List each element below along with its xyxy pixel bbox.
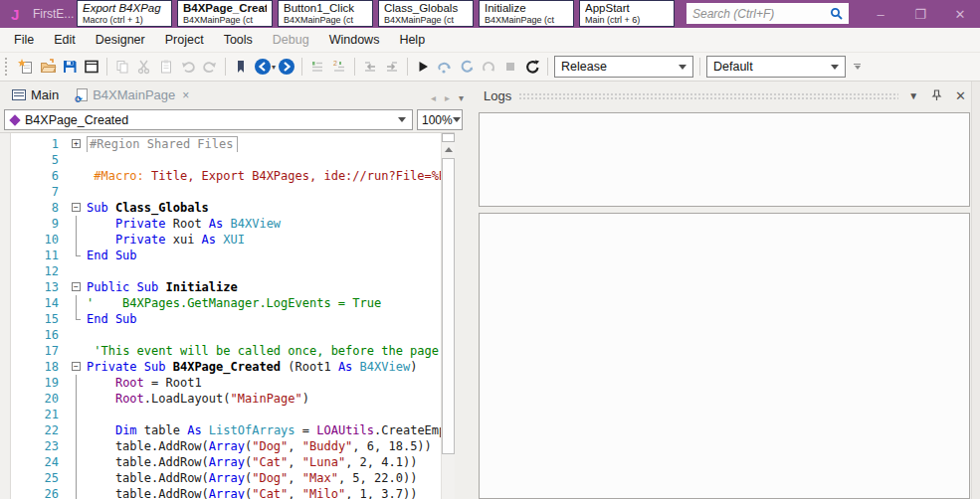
menu-help[interactable]: Help [389,29,435,51]
code-text[interactable] [87,152,441,168]
step-out-button[interactable] [478,56,499,78]
panel-pin-icon[interactable] [928,89,945,101]
collapse-region-icon[interactable]: − [72,203,81,212]
designer-button[interactable] [81,56,102,78]
bookmark-button[interactable] [230,56,252,78]
code-editor[interactable]: 1+#Region Shared Files56 #Macro: Title, … [0,132,455,499]
code-text[interactable]: table.AddRow(Array("Dog", "Max", 5, 22.0… [87,470,441,486]
maximize-button[interactable]: ❐ [900,0,940,28]
code-text[interactable]: Root.LoadLayout("MainPage") [87,391,441,407]
fold-column: − [70,200,87,216]
indent-button[interactable] [381,56,403,78]
tab-b4xmainpage-module[interactable]: B4XMainPage × [69,83,199,107]
quick-nav-tab[interactable]: B4XPage_CreatB4XMainPage (ct [177,0,273,27]
code-text[interactable]: table.AddRow(Array("Dog", "Buddy", 6, 18… [87,438,441,454]
code-text[interactable]: Private Root As B4XView [87,216,441,232]
panel-drag-texture[interactable] [518,92,898,101]
code-text[interactable]: #Macro: Title, Export B4XPages, ide://ru… [87,168,441,184]
quick-nav-tab[interactable]: Class_GlobalsB4XMainPage (ct [378,0,474,27]
code-text[interactable] [87,263,441,279]
new-module-button[interactable] [15,56,37,78]
quick-nav-tab[interactable]: InitializeB4XMainPage (ct [479,0,574,27]
code-text[interactable]: Public Sub Initialize [87,279,441,295]
menu-project[interactable]: Project [155,29,214,51]
member-selector[interactable]: B4XPage_Created [4,109,413,130]
open-project-button[interactable] [37,56,59,78]
scrollbar-thumb[interactable] [442,158,455,454]
close-button[interactable]: ✕ [940,0,980,28]
minimize-button[interactable]: – [861,0,900,28]
code-text[interactable]: #Region Shared Files [87,136,441,152]
code-text[interactable]: Sub Class_Globals [87,200,441,216]
stop-button[interactable] [499,56,521,78]
menu-edit[interactable]: Edit [44,29,86,51]
code-text[interactable]: Private Sub B4XPage_Created (Root1 As B4… [87,359,441,375]
chevron-down-icon [679,65,686,70]
class-module-icon [77,88,88,101]
paste-button[interactable] [155,56,177,78]
fold-column [70,216,87,232]
close-tab-icon[interactable]: × [182,88,189,102]
svg-text:2: 2 [333,60,337,67]
fold-guide-line [76,391,77,407]
outdent-button[interactable] [359,56,381,78]
run-button[interactable] [412,56,434,78]
collapse-region-icon[interactable]: − [72,282,81,291]
menu-designer[interactable]: Designer [86,29,155,51]
expand-region-icon[interactable]: + [72,139,81,148]
logs-secondary-area[interactable] [479,213,970,499]
toolbar-overflow-button[interactable] [854,64,861,70]
menu-tools[interactable]: Tools [214,29,263,51]
code-text[interactable]: Private xui As XUI [87,232,441,248]
code-text[interactable]: table.AddRow(Array("Cat", "Milo", 1, 3.7… [87,486,441,499]
step-into-button[interactable] [456,56,478,78]
member-navigation-row: B4XPage_Created 100% [0,107,476,132]
code-text[interactable]: End Sub [87,311,441,327]
build-profile-select[interactable]: Default [706,56,846,78]
code-text[interactable] [87,407,441,422]
scroll-tabs-left-icon[interactable]: ◂ [431,92,436,103]
toolbar-grip[interactable] [5,58,11,76]
code-text[interactable]: Dim table As ListOfArrays = LOAUtils.Cre… [87,422,441,438]
panel-close-icon[interactable]: ✕ [952,88,969,103]
code-text[interactable]: ' B4XPages.GetManager.LogEvents = True [87,295,441,311]
uncomment-button[interactable]: 2 [328,56,350,78]
step-over-button[interactable] [434,56,456,78]
code-text[interactable] [87,327,441,343]
code-text[interactable]: End Sub [87,248,441,263]
split-view-grip[interactable] [442,133,455,142]
menu-debug[interactable]: Debug [263,29,319,51]
menu-windows[interactable]: Windows [319,29,390,51]
code-text[interactable]: 'This event will be called once, before … [87,343,441,359]
rebuild-button[interactable] [521,56,543,78]
outdent-icon [362,59,378,75]
code-text[interactable] [87,184,441,200]
build-configuration-select[interactable]: Release [554,56,693,78]
redo-button[interactable] [199,56,221,78]
navigate-forward-icon [278,58,295,76]
comment-button[interactable] [306,56,328,78]
editor-zoom-select[interactable]: 100% [417,109,463,130]
code-text[interactable]: Root = Root1 [87,375,441,391]
cut-button[interactable] [133,56,155,78]
tab-list-dropdown-icon[interactable]: ▾ [459,92,464,103]
tab-main-module[interactable]: Main [4,83,69,107]
undo-button[interactable] [177,56,199,78]
search-input[interactable]: Search (Ctrl+F) [686,3,849,24]
menu-file[interactable]: File [4,29,44,51]
quick-nav-tab[interactable]: Export B4XPagMacro (ctrl + 1) [77,0,172,27]
collapse-region-icon[interactable]: − [72,362,81,371]
navigate-back-button[interactable] [252,56,274,78]
logs-output-area[interactable] [479,112,970,207]
save-button[interactable] [59,56,81,78]
quick-nav-tab[interactable]: Button1_ClickB4XMainPage (ct [278,0,373,27]
scroll-tabs-right-icon[interactable]: ▸ [445,92,450,103]
panel-menu-dropdown-icon[interactable]: ▼ [905,90,921,101]
scroll-up-button[interactable] [442,142,455,156]
navigate-forward-button[interactable] [276,56,297,78]
quick-nav-tab[interactable]: AppStartMain (ctrl + 6) [579,0,675,27]
code-text[interactable]: table.AddRow(Array("Cat", "Luna", 2, 4.1… [87,454,441,470]
code-line: 25 table.AddRow(Array("Dog", "Max", 5, 2… [0,470,441,486]
copy-button[interactable] [111,56,133,78]
editor-vertical-scrollbar[interactable] [441,133,455,499]
